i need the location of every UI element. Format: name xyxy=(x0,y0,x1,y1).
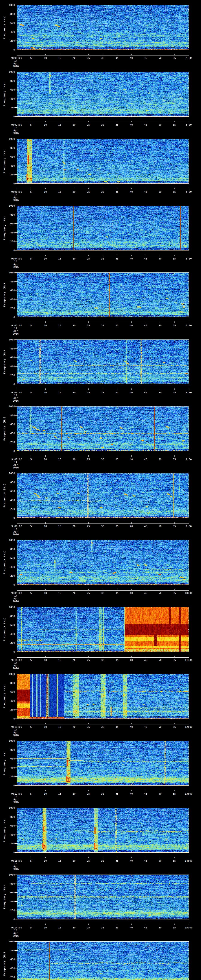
x-tick-label: 5 xyxy=(30,56,32,59)
x-end-time-label: 14:00 xyxy=(185,859,192,862)
y-tick-mark xyxy=(15,634,17,634)
x-tick-label: 25 xyxy=(87,792,90,795)
spectrogram-canvas xyxy=(17,875,189,920)
x-tick-mark xyxy=(88,388,89,390)
y-tick-mark xyxy=(15,785,17,786)
y-tick-mark xyxy=(15,919,17,920)
spectrogram-canvas xyxy=(17,540,189,585)
x-tick-label: 55 xyxy=(173,525,176,528)
x-tick-mark xyxy=(31,790,31,791)
y-tick-label: 200 xyxy=(10,574,15,577)
x-tick-label: 55 xyxy=(173,458,176,461)
x-tick-mark xyxy=(74,924,74,925)
x-tick-mark xyxy=(160,255,160,256)
x-tick-mark xyxy=(117,321,117,323)
x-tick-mark xyxy=(160,121,160,122)
y-tick-label: 400 xyxy=(10,766,15,769)
x-tick-label: 35 xyxy=(115,725,118,728)
x-tick-mark xyxy=(31,589,31,590)
x-start-time-label: 9:13:00 xyxy=(11,859,22,862)
x-tick-mark xyxy=(45,723,46,724)
x-tick-label: 10 xyxy=(44,792,47,795)
x-tick-label: 20 xyxy=(72,725,76,728)
x-tick-label: 10 xyxy=(44,324,47,327)
y-tick-label: 0 xyxy=(13,249,15,252)
y-tick-mark xyxy=(15,81,17,81)
x-tick-label: 45 xyxy=(144,391,147,394)
spectrogram-canvas xyxy=(17,205,189,250)
date-line-1: 14 xyxy=(14,394,17,397)
x-tick-label: 25 xyxy=(87,525,90,528)
x-tick-label: 20 xyxy=(72,792,76,795)
y-tick-label: 1000 xyxy=(9,606,15,609)
x-start-time-label: 9:10:00 xyxy=(11,659,22,662)
y-tick-mark xyxy=(15,500,17,500)
spectrogram-canvas xyxy=(17,72,189,117)
x-tick-label: 15 xyxy=(58,391,61,394)
time-axis-line xyxy=(17,55,189,56)
x-tick-label: 15 xyxy=(58,324,61,327)
y-tick-mark xyxy=(15,549,17,549)
y-tick-mark xyxy=(15,959,17,959)
x-tick-label: 50 xyxy=(158,257,161,260)
time-axis-line xyxy=(17,925,189,925)
spectrogram-canvas xyxy=(17,5,189,50)
x-end-time-label: 4:00 xyxy=(185,190,191,193)
y-tick-mark xyxy=(15,808,17,808)
y-tick-label: 800 xyxy=(10,414,15,417)
x-tick-label: 40 xyxy=(130,792,133,795)
y-tick-label: 0 xyxy=(13,450,15,453)
x-tick-label: 20 xyxy=(72,859,76,862)
date-line-2: Apr xyxy=(13,664,18,667)
y-tick-label: 200 xyxy=(10,708,15,711)
y-tick-label: 800 xyxy=(10,146,15,150)
x-tick-label: 15 xyxy=(58,190,61,193)
x-tick-label: 25 xyxy=(87,592,90,595)
x-start-time-label: 9:02:00 xyxy=(11,123,22,126)
y-tick-mark xyxy=(15,116,17,117)
y-tick-label: 0 xyxy=(13,918,15,921)
x-start-time-label: 9:04:00 xyxy=(11,257,22,260)
x-tick-mark xyxy=(74,188,74,189)
y-tick-label: 1000 xyxy=(9,338,15,341)
x-tick-label: 55 xyxy=(173,257,176,260)
x-tick-mark xyxy=(74,656,74,657)
date-line-2: Apr xyxy=(13,62,18,65)
y-tick-label: 400 xyxy=(10,231,15,234)
spectrogram-panel-1: Frequency (Hz) 020040060080010009:01:005… xyxy=(0,0,201,67)
x-start-time-label: 9:01:00 xyxy=(11,56,22,59)
x-tick-label: 45 xyxy=(144,525,147,528)
x-tick-mark xyxy=(160,924,160,925)
x-tick-label: 50 xyxy=(158,592,161,595)
y-axis-label: Frequency (Hz) xyxy=(3,751,6,775)
y-tick-label: 1000 xyxy=(9,873,15,876)
x-tick-label: 20 xyxy=(72,926,76,929)
date-line-1: 14 xyxy=(14,193,17,196)
y-tick-mark xyxy=(15,710,17,710)
x-tick-label: 45 xyxy=(144,792,147,795)
y-tick-label: 600 xyxy=(10,289,15,292)
x-tick-label: 40 xyxy=(130,257,133,260)
y-tick-mark xyxy=(15,558,17,558)
date-line-2: Apr xyxy=(13,463,18,466)
y-tick-mark xyxy=(15,652,17,652)
x-tick-mark xyxy=(117,388,117,390)
date-line-1: 14 xyxy=(14,59,17,62)
y-tick-label: 200 xyxy=(10,307,15,310)
y-tick-label: 400 xyxy=(10,900,15,903)
x-tick-label: 10 xyxy=(44,592,47,595)
x-tick-mark xyxy=(74,723,74,724)
date-line-2: Apr xyxy=(13,196,18,199)
x-tick-label: 45 xyxy=(144,123,147,126)
y-tick-label: 600 xyxy=(10,824,15,827)
x-tick-mark xyxy=(117,188,117,189)
y-tick-label: 800 xyxy=(10,80,15,82)
x-end-time-label: 6:00 xyxy=(185,324,191,327)
x-tick-mark xyxy=(31,321,31,323)
y-tick-label: 200 xyxy=(10,106,15,109)
x-tick-mark xyxy=(88,455,89,457)
x-tick-label: 10 xyxy=(44,659,47,662)
x-tick-mark xyxy=(74,790,74,791)
y-tick-mark xyxy=(15,674,17,674)
x-tick-label: 30 xyxy=(101,458,104,461)
